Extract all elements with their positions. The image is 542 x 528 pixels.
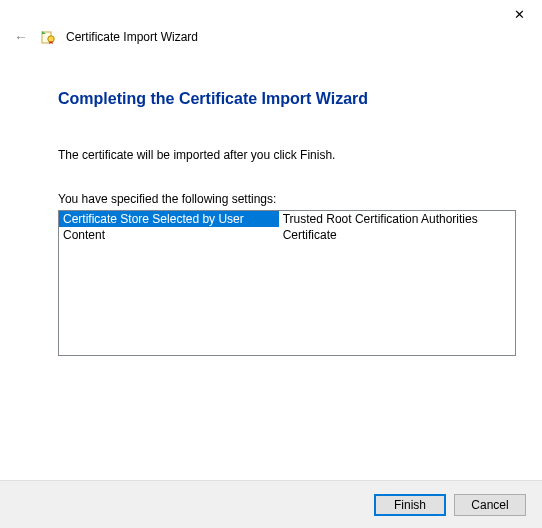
wizard-page: Completing the Certificate Import Wizard… bbox=[58, 90, 516, 356]
setting-key: Certificate Store Selected by User bbox=[59, 211, 279, 227]
page-heading: Completing the Certificate Import Wizard bbox=[58, 90, 516, 108]
back-arrow-icon: ← bbox=[14, 29, 28, 45]
import-info-text: The certificate will be imported after y… bbox=[58, 148, 516, 162]
settings-label: You have specified the following setting… bbox=[58, 192, 516, 206]
close-button[interactable]: ✕ bbox=[496, 0, 542, 28]
wizard-title: Certificate Import Wizard bbox=[66, 30, 198, 44]
setting-key: Content bbox=[59, 227, 279, 243]
finish-button[interactable]: Finish bbox=[374, 494, 446, 516]
settings-listview[interactable]: Certificate Store Selected by User Trust… bbox=[58, 210, 516, 356]
wizard-footer: Finish Cancel bbox=[0, 480, 542, 528]
close-icon: ✕ bbox=[514, 7, 525, 22]
wizard-header: ← Certificate Import Wizard bbox=[12, 28, 530, 46]
back-button[interactable]: ← bbox=[12, 28, 30, 46]
setting-value: Trusted Root Certification Authorities bbox=[279, 211, 515, 227]
titlebar: ✕ bbox=[496, 0, 542, 28]
certificate-wizard-icon bbox=[40, 29, 56, 45]
cancel-button[interactable]: Cancel bbox=[454, 494, 526, 516]
setting-value: Certificate bbox=[279, 227, 515, 243]
settings-table: Certificate Store Selected by User Trust… bbox=[59, 211, 515, 243]
table-row[interactable]: Content Certificate bbox=[59, 227, 515, 243]
table-row[interactable]: Certificate Store Selected by User Trust… bbox=[59, 211, 515, 227]
svg-point-1 bbox=[48, 36, 54, 42]
